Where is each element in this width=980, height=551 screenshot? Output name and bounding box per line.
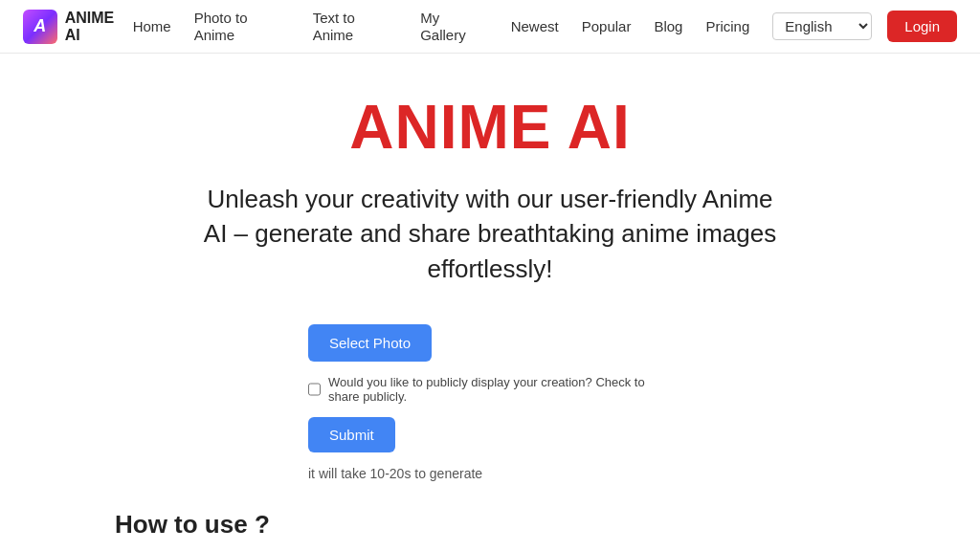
nav-item-text-to-anime[interactable]: Text to Anime [313, 10, 398, 44]
nav-item-popular[interactable]: Popular [582, 18, 632, 35]
public-display-checkbox[interactable] [308, 383, 321, 396]
upload-section: Select Photo Would you like to publicly … [308, 324, 672, 481]
nav-link-newest[interactable]: Newest [511, 18, 559, 34]
nav-item-home[interactable]: Home [133, 18, 171, 35]
nav-item-newest[interactable]: Newest [511, 18, 559, 35]
how-to-title: How to use ? [115, 510, 746, 540]
nav-item-pricing[interactable]: Pricing [705, 18, 749, 35]
nav-item-my-gallery[interactable]: My Gallery [420, 10, 487, 44]
nav-item-blog[interactable]: Blog [654, 18, 682, 35]
nav-links: Home Photo to Anime Text to Anime My Gal… [133, 10, 750, 44]
hero-title: ANIME AI [349, 92, 631, 163]
language-select[interactable]: English Japanese [772, 12, 872, 40]
nav-link-pricing[interactable]: Pricing [705, 18, 749, 34]
submit-button[interactable]: Submit [308, 417, 395, 452]
nav-item-photo-to-anime[interactable]: Photo to Anime [194, 10, 290, 44]
generate-note: it will take 10-20s to generate [308, 466, 482, 481]
public-display-label[interactable]: Would you like to publicly display your … [308, 375, 672, 404]
select-photo-button[interactable]: Select Photo [308, 324, 432, 362]
how-to-section: How to use ? Sign into your account and … [96, 510, 766, 551]
nav-link-my-gallery[interactable]: My Gallery [420, 10, 466, 43]
nav-link-blog[interactable]: Blog [654, 18, 682, 34]
brand-logo-text: A [33, 16, 46, 36]
main-content: ANIME AI Unleash your creativity with ou… [0, 54, 980, 551]
brand-name: ANIME AI [65, 10, 133, 44]
brand-link[interactable]: A ANIME AI [23, 10, 133, 44]
nav-link-home[interactable]: Home [133, 18, 171, 34]
login-button[interactable]: Login [887, 11, 957, 42]
hero-subtitle: Unleash your creativity with our user-fr… [203, 182, 777, 286]
public-display-text: Would you like to publicly display your … [328, 375, 672, 404]
navbar: A ANIME AI Home Photo to Anime Text to A… [0, 0, 980, 54]
nav-link-text-to-anime[interactable]: Text to Anime [313, 10, 355, 43]
nav-link-photo-to-anime[interactable]: Photo to Anime [194, 10, 248, 43]
nav-link-popular[interactable]: Popular [582, 18, 632, 34]
brand-logo: A [23, 10, 57, 44]
